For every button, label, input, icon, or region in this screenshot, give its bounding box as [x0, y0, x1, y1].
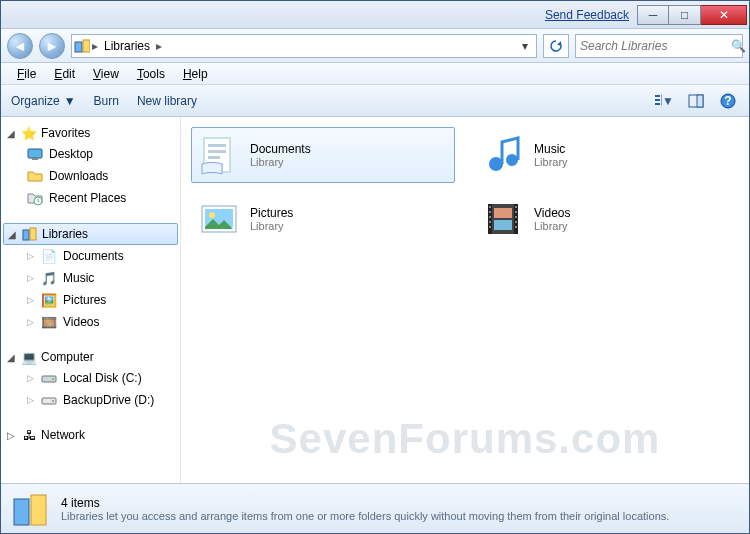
- svg-rect-21: [208, 150, 226, 153]
- svg-rect-11: [32, 158, 38, 160]
- computer-label: Computer: [41, 350, 94, 364]
- svg-rect-39: [515, 211, 517, 213]
- collapse-icon: ◢: [8, 229, 18, 240]
- sidebar-item-desktop[interactable]: Desktop: [3, 143, 178, 165]
- expand-icon: ▷: [27, 317, 35, 327]
- documents-icon: [198, 134, 240, 176]
- libraries-label: Libraries: [42, 227, 88, 241]
- svg-rect-1: [83, 40, 90, 52]
- sidebar-item-local-disk[interactable]: ▷Local Disk (C:): [3, 367, 178, 389]
- sidebar-item-music[interactable]: ▷🎵Music: [3, 267, 178, 289]
- breadcrumb-separator[interactable]: ▸: [154, 39, 164, 53]
- svg-rect-0: [75, 42, 82, 52]
- details-description: Libraries let you access and arrange ite…: [61, 510, 669, 522]
- refresh-button[interactable]: [543, 34, 569, 58]
- svg-rect-3: [655, 99, 660, 101]
- pictures-icon: 🖼️: [41, 292, 57, 308]
- organize-button[interactable]: Organize ▼: [11, 94, 76, 108]
- svg-rect-22: [208, 156, 220, 159]
- new-library-button[interactable]: New library: [137, 94, 197, 108]
- svg-rect-36: [489, 221, 491, 223]
- sidebar-item-pictures[interactable]: ▷🖼️Pictures: [3, 289, 178, 311]
- sidebar-item-videos[interactable]: ▷🎞️Videos: [3, 311, 178, 333]
- expand-icon: ▷: [27, 273, 35, 283]
- sidebar-item-downloads[interactable]: Downloads: [3, 165, 178, 187]
- breadcrumb-separator[interactable]: ▸: [90, 39, 100, 53]
- menu-file[interactable]: File: [9, 65, 44, 83]
- help-button[interactable]: ?: [717, 90, 739, 112]
- svg-rect-10: [28, 149, 42, 158]
- svg-rect-44: [31, 495, 46, 525]
- collapse-icon: ◢: [7, 128, 17, 139]
- svg-point-27: [209, 212, 215, 218]
- back-button[interactable]: ◄: [7, 33, 33, 59]
- library-item-pictures[interactable]: PicturesLibrary: [191, 191, 455, 247]
- navigation-bar: ◄ ► ▸ Libraries ▸ ▾ 🔍: [1, 29, 749, 63]
- menu-help[interactable]: Help: [175, 65, 216, 83]
- svg-rect-4: [655, 103, 660, 105]
- search-input[interactable]: [580, 39, 731, 53]
- item-count: 4 items: [61, 496, 669, 510]
- svg-rect-30: [514, 204, 518, 234]
- sidebar-item-documents[interactable]: ▷📄Documents: [3, 245, 178, 267]
- menu-tools[interactable]: Tools: [129, 65, 173, 83]
- search-box[interactable]: 🔍: [575, 34, 743, 58]
- svg-rect-42: [515, 226, 517, 228]
- close-button[interactable]: ✕: [701, 5, 747, 25]
- pictures-icon: [198, 198, 240, 240]
- videos-icon: 🎞️: [41, 314, 57, 330]
- menu-view[interactable]: View: [85, 65, 127, 83]
- minimize-button[interactable]: ─: [637, 5, 669, 25]
- expand-icon: ▷: [7, 430, 17, 441]
- svg-rect-14: [30, 228, 36, 240]
- network-header[interactable]: ▷ 🖧 Network: [3, 425, 178, 445]
- drive-icon: [41, 370, 57, 386]
- collapse-icon: ◢: [7, 352, 17, 363]
- breadcrumb-libraries[interactable]: Libraries: [100, 39, 154, 53]
- search-icon: 🔍: [731, 39, 746, 53]
- maximize-button[interactable]: □: [669, 5, 701, 25]
- watermark: SevenForums.com: [270, 415, 661, 463]
- preview-pane-button[interactable]: [685, 90, 707, 112]
- sidebar-item-recent[interactable]: Recent Places: [3, 187, 178, 209]
- favorites-label: Favorites: [41, 126, 90, 140]
- library-item-videos[interactable]: VideosLibrary: [475, 191, 739, 247]
- expand-icon: ▷: [27, 395, 35, 405]
- menu-edit[interactable]: Edit: [46, 65, 83, 83]
- favorites-header[interactable]: ◢ ⭐ Favorites: [3, 123, 178, 143]
- svg-rect-38: [515, 206, 517, 208]
- content-pane: DocumentsLibrary MusicLibrary PicturesLi…: [181, 117, 749, 483]
- view-options-button[interactable]: ▼: [653, 90, 675, 112]
- svg-rect-40: [515, 216, 517, 218]
- send-feedback-link[interactable]: Send Feedback: [545, 8, 629, 22]
- libraries-icon: [22, 226, 38, 242]
- titlebar: Send Feedback ─ □ ✕: [1, 1, 749, 29]
- recent-icon: [27, 190, 43, 206]
- network-label: Network: [41, 428, 85, 442]
- forward-button[interactable]: ►: [39, 33, 65, 59]
- svg-rect-32: [494, 220, 512, 230]
- sidebar-item-backup-drive[interactable]: ▷BackupDrive (D:): [3, 389, 178, 411]
- libraries-header[interactable]: ◢ Libraries: [3, 223, 178, 245]
- svg-rect-33: [489, 206, 491, 208]
- help-icon: ?: [720, 93, 736, 109]
- refresh-icon: [549, 39, 563, 53]
- svg-rect-37: [489, 226, 491, 228]
- pane-icon: [688, 93, 704, 109]
- expand-icon: ▷: [27, 251, 35, 261]
- svg-point-16: [52, 378, 54, 380]
- burn-button[interactable]: Burn: [94, 94, 119, 108]
- drive-icon: [41, 392, 57, 408]
- svg-rect-31: [494, 208, 512, 218]
- details-pane: 4 items Libraries let you access and arr…: [1, 483, 749, 533]
- folder-icon: [27, 168, 43, 184]
- address-bar[interactable]: ▸ Libraries ▸ ▾: [71, 34, 537, 58]
- svg-rect-43: [14, 499, 29, 525]
- library-item-documents[interactable]: DocumentsLibrary: [191, 127, 455, 183]
- view-icon: [654, 93, 662, 109]
- computer-header[interactable]: ◢ 💻 Computer: [3, 347, 178, 367]
- libraries-icon: [11, 489, 51, 529]
- star-icon: ⭐: [21, 125, 37, 141]
- library-item-music[interactable]: MusicLibrary: [475, 127, 739, 183]
- address-dropdown[interactable]: ▾: [516, 39, 534, 53]
